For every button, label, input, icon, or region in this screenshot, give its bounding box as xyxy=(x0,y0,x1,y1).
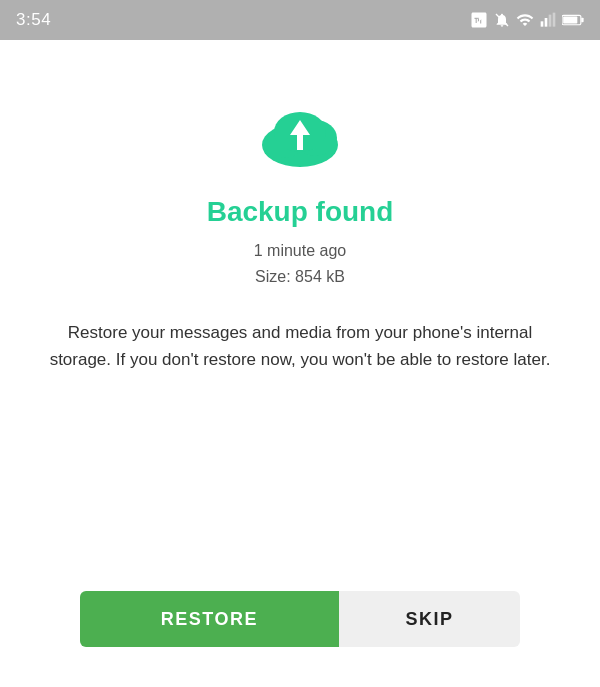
restore-button[interactable]: RESTORE xyxy=(80,591,339,647)
backup-size: Size: 854 kB xyxy=(254,264,347,290)
status-icons xyxy=(470,11,584,29)
status-bar: 3:54 xyxy=(0,0,600,40)
signal-icon xyxy=(540,11,556,29)
battery-icon xyxy=(562,13,584,27)
cloud-upload-icon xyxy=(255,100,345,176)
nfc-icon xyxy=(470,11,488,29)
buttons-row: RESTORE SKIP xyxy=(80,591,520,647)
svg-rect-3 xyxy=(549,15,552,27)
svg-rect-2 xyxy=(545,18,548,27)
status-time: 3:54 xyxy=(16,10,51,30)
svg-rect-6 xyxy=(581,18,583,23)
backup-title: Backup found xyxy=(207,196,394,228)
main-content: Backup found 1 minute ago Size: 854 kB R… xyxy=(0,40,600,687)
svg-rect-7 xyxy=(563,16,577,23)
mute-icon xyxy=(494,11,510,29)
svg-rect-4 xyxy=(553,13,556,27)
backup-description: Restore your messages and media from you… xyxy=(40,319,560,373)
backup-info: 1 minute ago Size: 854 kB xyxy=(254,238,347,289)
wifi-icon xyxy=(516,11,534,29)
skip-button[interactable]: SKIP xyxy=(339,591,520,647)
backup-time: 1 minute ago xyxy=(254,238,347,264)
svg-rect-1 xyxy=(541,21,544,26)
